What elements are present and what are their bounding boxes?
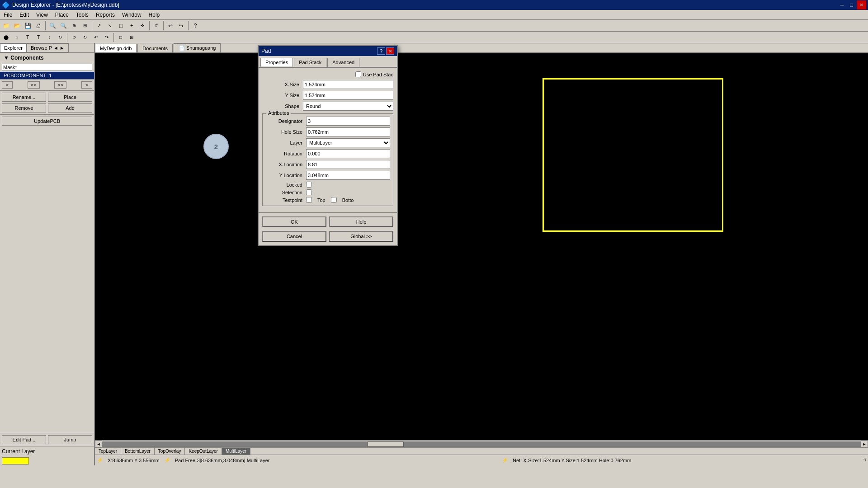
minimize-button[interactable]: ─ [838,0,847,9]
nav-next[interactable]: > [81,81,92,89]
place-button[interactable]: Place [48,93,92,102]
canvas[interactable]: 2 [95,53,868,440]
tb2-9[interactable]: ↶ [91,33,101,42]
menu-edit[interactable]: Edit [16,11,33,19]
layer-tab-topoverlay[interactable]: TopOverlay [155,448,185,455]
status-bar: ⚡ X:8.636mm Y:3.556mm ⚡ Pad Free-3[8.636… [95,455,868,465]
tb-search3[interactable]: ⊕ [69,21,79,31]
menu-view[interactable]: View [33,11,52,19]
selection-checkbox[interactable] [306,189,312,195]
locked-label: Locked [265,182,306,188]
cancel-button[interactable]: Cancel [262,231,326,242]
yloc-label: Y-Location [265,173,306,178]
ysize-input[interactable] [303,91,393,100]
jump-button[interactable]: Jump [48,435,92,444]
component-item[interactable]: PCBCOMPONENT_1 [0,72,94,79]
tab-documents[interactable]: Documents [137,44,173,52]
tb-search1[interactable]: 🔍 [47,21,57,31]
yloc-input[interactable] [306,171,390,180]
tab-browse[interactable]: Browse P ◄ ► [27,43,69,52]
tb-select3[interactable]: ⬚ [116,21,126,31]
h-scroll-track[interactable] [102,441,861,447]
edit-pad-button[interactable]: Edit Pad... [2,435,46,444]
locked-checkbox[interactable] [306,182,312,188]
tb-redo[interactable]: ↪ [176,21,186,31]
tb-search2[interactable]: 🔍 [58,21,68,31]
designator-input[interactable] [306,117,390,126]
dialog-help-btn[interactable]: ? [377,47,385,55]
testpoint-top-checkbox[interactable] [306,197,312,203]
tb-select5[interactable]: ✛ [137,21,147,31]
dlg-tab-properties[interactable]: Properties [260,58,293,67]
layer-tab-multilayer[interactable]: MultiLayer [222,448,250,455]
nav-prev[interactable]: < [2,81,13,89]
scroll-right-btn[interactable]: ► [861,441,868,448]
tb2-10[interactable]: ↷ [102,33,112,42]
global-button[interactable]: Global >> [329,231,393,242]
xloc-input[interactable] [306,160,390,169]
tb2-8[interactable]: ↻ [80,33,90,42]
tb-open[interactable]: 📂 [12,21,22,31]
menu-reports[interactable]: Reports [92,11,118,19]
nav-prev-prev[interactable]: << [28,81,40,89]
layer-tab-bottomlayer[interactable]: BottomLayer [121,448,155,455]
menu-tools[interactable]: Tools [72,11,92,19]
tb-grid[interactable]: # [151,21,161,31]
rotation-input[interactable] [306,149,390,158]
scroll-left-btn[interactable]: ◄ [95,441,102,448]
remove-button[interactable]: Remove [2,103,46,113]
layer-tab-keepout[interactable]: KeepOutLayer [185,448,222,455]
menu-help[interactable]: Help [145,11,164,19]
tb2-2[interactable]: ○ [12,33,22,42]
dlg-tab-advanced[interactable]: Advanced [327,58,359,67]
components-header[interactable]: ▼ Components [0,53,94,63]
title-bar-controls: ─ □ ✕ [838,0,866,9]
tb-new[interactable]: 📁 [1,21,11,31]
tb-print[interactable]: 🖨 [33,21,43,31]
tb-undo[interactable]: ↩ [165,21,175,31]
tb2-12[interactable]: ⊞ [127,33,137,42]
tb2-1[interactable]: ⬤ [1,33,11,42]
tb2-3[interactable]: T [23,33,33,42]
menu-place[interactable]: Place [52,11,72,19]
menu-window[interactable]: Window [118,11,145,19]
tb2-7[interactable]: ↺ [69,33,79,42]
status-help[interactable]: ? [863,458,866,463]
shape-select[interactable]: Round Rectangle Oval [303,102,393,111]
h-scrollbar[interactable]: ◄ ► [95,440,868,447]
testpoint-bottom-checkbox[interactable] [331,197,337,203]
add-button[interactable]: Add [48,103,92,113]
tab-explorer[interactable]: Explorer [0,43,27,52]
ok-button[interactable]: OK [262,216,326,227]
help-action-button[interactable]: Help [329,216,393,227]
xsize-input[interactable] [303,80,393,89]
dialog-close-btn[interactable]: ✕ [386,47,394,55]
dialog-content: Use Pad Stac X-Size Y-Size Shape Round R… [259,68,397,212]
tb-select4[interactable]: ✦ [127,21,137,31]
mask-input[interactable] [2,64,92,71]
update-pcb-button[interactable]: UpdatePCB [2,117,92,126]
tb-select2[interactable]: ↘ [105,21,115,31]
tb-help[interactable]: ? [190,21,200,31]
tab-shumaguang[interactable]: 📄 Shumaguang [174,43,221,52]
rename-button[interactable]: Rename... [2,93,46,102]
close-button[interactable]: ✕ [857,0,866,9]
layer-select[interactable]: MultiLayer TopLayer BottomLayer [306,138,390,147]
h-scroll-thumb[interactable] [368,441,404,447]
use-pad-stack-checkbox[interactable] [355,71,361,77]
menu-file[interactable]: File [0,11,16,19]
tb2-5[interactable]: ↕ [44,33,54,42]
tb-select1[interactable]: ↗ [94,21,104,31]
maximize-button[interactable]: □ [847,0,856,9]
dlg-tab-padstack[interactable]: Pad Stack [294,58,326,67]
tab-mydesign[interactable]: MyDesign.ddb [95,44,137,52]
tb2-6[interactable]: ↻ [55,33,65,42]
holesize-input[interactable] [306,127,390,136]
tb2-4[interactable]: T [33,33,43,42]
pad-circle[interactable]: 2 [203,134,229,159]
layer-tab-toplayer[interactable]: TopLayer [95,448,121,455]
tb-search4[interactable]: ⊞ [80,21,90,31]
tb-save[interactable]: 💾 [23,21,33,31]
nav-next-next[interactable]: >> [54,81,66,89]
tb2-11[interactable]: □ [116,33,126,42]
